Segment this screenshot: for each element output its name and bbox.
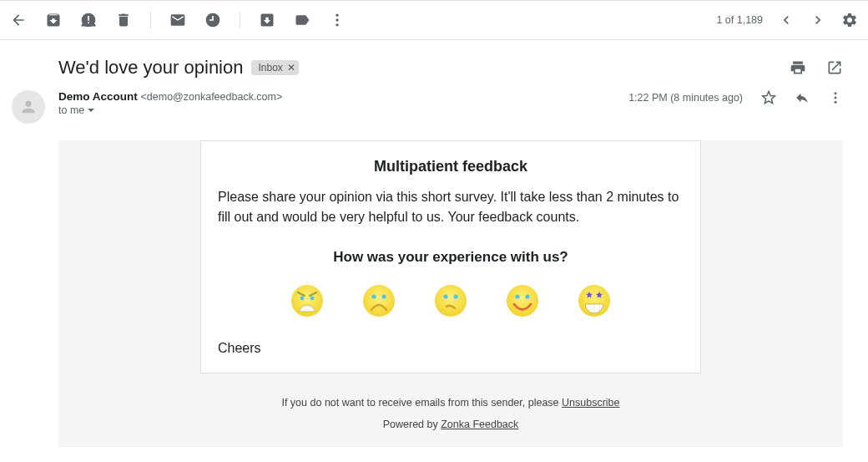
- avatar: [12, 90, 45, 124]
- delete-icon[interactable]: [115, 12, 132, 28]
- older-icon[interactable]: [810, 12, 826, 28]
- svg-point-6: [835, 92, 837, 94]
- svg-point-13: [310, 297, 315, 301]
- survey-title: Multipatient feedback: [218, 158, 684, 175]
- svg-point-18: [363, 285, 395, 317]
- svg-point-21: [435, 285, 467, 317]
- report-spam-icon[interactable]: [80, 12, 97, 28]
- chevron-down-icon: [88, 109, 94, 112]
- unsubscribe-prefix: If you do not want to receive emails fro…: [281, 397, 562, 409]
- toolbar-separator: [240, 12, 240, 28]
- more-icon[interactable]: [828, 90, 843, 105]
- pager-position: 1 of 1,189: [716, 14, 763, 26]
- face-excited[interactable]: [578, 284, 611, 317]
- face-sad[interactable]: [362, 284, 396, 317]
- svg-point-25: [515, 294, 519, 298]
- rating-faces: [218, 284, 684, 317]
- archive-icon[interactable]: [45, 12, 62, 28]
- email-subject: We'd love your opinion: [58, 57, 243, 79]
- svg-point-8: [835, 101, 837, 104]
- survey-question: How was your experience with us?: [218, 249, 684, 266]
- svg-point-12: [300, 297, 305, 301]
- svg-point-3: [336, 14, 338, 17]
- label-chip-inbox[interactable]: Inbox ✕: [251, 60, 298, 75]
- unsubscribe-line: If you do not want to receive emails fro…: [58, 397, 843, 409]
- powered-by-link[interactable]: Zonka Feedback: [441, 419, 518, 430]
- svg-point-26: [525, 294, 529, 298]
- svg-point-23: [453, 294, 457, 298]
- move-to-icon[interactable]: [259, 12, 275, 28]
- open-new-window-icon[interactable]: [826, 59, 843, 76]
- sender-email: <demo@zonkafeedback.com>: [141, 91, 283, 103]
- email-time: 1:22 PM (8 minutes ago): [628, 92, 743, 104]
- survey-signoff: Cheers: [218, 341, 684, 356]
- star-icon[interactable]: [761, 90, 776, 105]
- more-icon[interactable]: [329, 12, 346, 28]
- face-happy[interactable]: [506, 284, 539, 317]
- close-icon[interactable]: ✕: [287, 62, 295, 74]
- svg-point-22: [443, 294, 447, 298]
- back-icon[interactable]: [10, 12, 27, 28]
- label-chip-text: Inbox: [258, 62, 282, 74]
- survey-card: Multipatient feedback Please share your …: [200, 140, 701, 373]
- newer-icon[interactable]: [778, 12, 795, 28]
- sender-name: Demo Account: [58, 90, 138, 103]
- unsubscribe-link[interactable]: Unsubscribe: [562, 397, 619, 409]
- print-icon[interactable]: [790, 59, 806, 76]
- face-angry[interactable]: [290, 284, 324, 317]
- svg-point-19: [371, 294, 376, 298]
- svg-rect-2: [88, 23, 89, 24]
- powered-by-line: Powered by Zonka Feedback: [58, 419, 843, 430]
- settings-icon[interactable]: [841, 12, 858, 28]
- toolbar-separator: [150, 12, 151, 28]
- mark-unread-icon[interactable]: [169, 12, 186, 28]
- recipient-label: to me: [58, 104, 84, 116]
- svg-point-4: [336, 18, 338, 21]
- survey-intro: Please share your opinion via this short…: [218, 187, 684, 227]
- recipient-dropdown[interactable]: to me: [58, 104, 628, 116]
- snooze-icon[interactable]: [204, 12, 221, 28]
- svg-point-7: [835, 97, 837, 99]
- svg-point-24: [507, 285, 538, 317]
- labels-icon[interactable]: [294, 12, 310, 28]
- svg-point-20: [381, 294, 386, 298]
- svg-point-5: [336, 23, 338, 26]
- email-body: Multipatient feedback Please share your …: [58, 140, 843, 447]
- svg-rect-1: [88, 16, 89, 21]
- reply-icon[interactable]: [795, 90, 810, 105]
- action-toolbar: 1 of 1,189: [0, 0, 868, 40]
- powered-by-prefix: Powered by: [383, 419, 441, 430]
- face-confused[interactable]: [434, 284, 467, 317]
